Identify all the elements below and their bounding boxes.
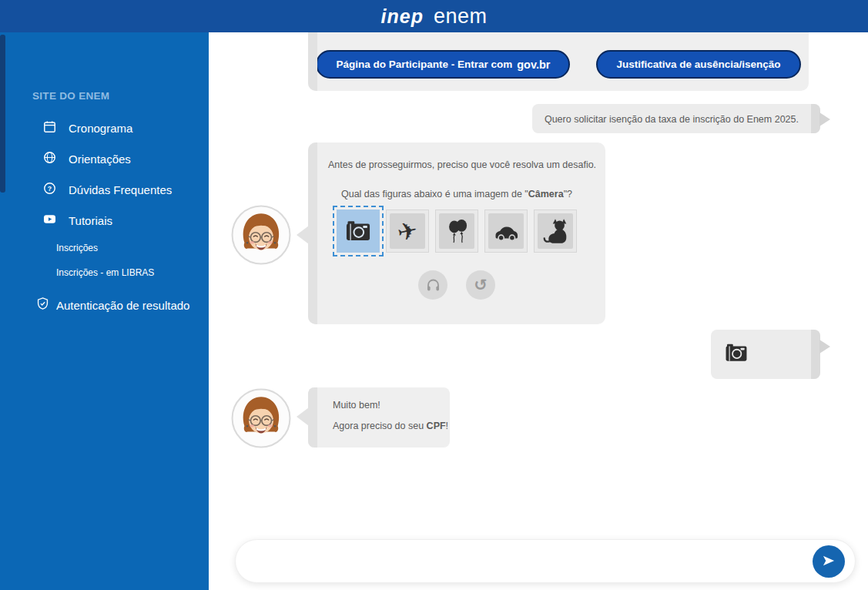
challenge-question-text: Qual das figuras abaixo é uma imagem de … <box>308 189 605 199</box>
sidebar-subitem-inscricoes-libras[interactable]: Inscrições - em LIBRAS <box>0 260 209 285</box>
message-input-bar <box>235 539 856 583</box>
sidebar-item-label: Dúvidas Frequentes <box>69 183 172 196</box>
audio-button[interactable] <box>418 270 447 300</box>
bot-cpf-request-text: Agora preciso do seu CPF! <box>333 421 450 431</box>
bot-reply-bubble: Muito bem! Agora preciso do seu CPF! <box>308 387 450 448</box>
challenge-option-airplane[interactable]: ✈ <box>386 210 429 253</box>
video-icon <box>42 212 57 229</box>
user-message-bubble: Quero solicitar isenção da taxa de inscr… <box>532 104 820 133</box>
globe-icon <box>42 150 57 167</box>
sidebar: SITE DO ENEM Cronograma Orientações ? Dú… <box>0 32 209 590</box>
send-arrow-icon <box>821 553 836 571</box>
login-button-label: Página do Participante - Entrar com <box>336 59 512 70</box>
shield-check-icon <box>35 297 50 313</box>
reset-icon: ↺ <box>474 277 488 293</box>
calendar-icon <box>42 119 57 136</box>
bubble-tail <box>819 112 830 126</box>
top-header: inep enem <box>0 0 868 32</box>
sidebar-subitem-label: Inscrições <box>56 243 98 253</box>
participant-page-login-button[interactable]: Página do Participante - Entrar com gov.… <box>316 50 570 79</box>
challenge-intro-text: Antes de prosseguirmos, preciso que você… <box>328 159 605 170</box>
sidebar-item-label: Orientações <box>69 153 131 166</box>
sidebar-section-title: SITE DO ENEM <box>32 90 209 102</box>
challenge-options-row: ✈ <box>308 210 605 253</box>
challenge-controls-row: ↺ <box>308 270 605 300</box>
govbr-label: gov.br <box>517 59 550 71</box>
sidebar-item-tutoriais[interactable]: Tutoriais <box>0 205 209 236</box>
car-icon <box>488 213 524 249</box>
sidebar-item-label: Cronograma <box>69 122 132 135</box>
absence-justification-button[interactable]: Justificativa de ausência/isenção <box>596 50 800 79</box>
user-message-text: Quero solicitar isenção da taxa de inscr… <box>545 114 799 125</box>
reset-challenge-button[interactable]: ↺ <box>466 270 495 300</box>
inep-logo-text: inep <box>381 5 424 28</box>
bubble-tail <box>819 340 830 354</box>
inep-enem-logo: inep enem <box>381 5 488 28</box>
chat-area: Página do Participante - Entrar com gov.… <box>209 32 868 590</box>
headphones-icon <box>425 276 441 295</box>
sidebar-subitem-label: Inscrições - em LIBRAS <box>56 267 154 278</box>
sidebar-subitem-inscricoes[interactable]: Inscrições <box>0 236 209 260</box>
justification-button-label: Justificativa de ausência/isenção <box>616 59 780 70</box>
svg-text:?: ? <box>48 185 52 193</box>
sidebar-item-cronograma[interactable]: Cronograma <box>0 112 209 143</box>
challenge-option-balloons[interactable] <box>435 210 478 253</box>
bubble-tail <box>297 226 309 244</box>
challenge-option-camera[interactable] <box>337 210 380 253</box>
user-answer-bubble <box>711 330 820 379</box>
enem-chat-page: inep enem SITE DO ENEM Cronograma Orient… <box>0 0 868 590</box>
assistant-avatar <box>231 205 291 265</box>
send-button[interactable] <box>813 545 845 578</box>
airplane-icon: ✈ <box>390 213 425 249</box>
challenge-option-car[interactable] <box>484 210 528 253</box>
camera-icon <box>340 213 376 249</box>
sidebar-item-autenticacao[interactable]: Autenticação de resultado <box>0 290 209 320</box>
bot-actions-bubble: Página do Participante - Entrar com gov.… <box>308 32 809 91</box>
balloons-icon <box>439 213 474 249</box>
chat-input[interactable] <box>253 543 792 579</box>
camera-answer-icon <box>723 340 749 369</box>
cat-icon <box>538 213 573 249</box>
challenge-option-cat[interactable] <box>534 210 577 253</box>
assistant-avatar <box>231 388 291 448</box>
bot-praise-text: Muito bem! <box>333 400 450 411</box>
sidebar-scrollbar-thumb[interactable] <box>0 35 5 193</box>
bubble-tail <box>297 407 309 426</box>
question-circle-icon: ? <box>42 181 57 198</box>
sidebar-item-duvidas[interactable]: ? Dúvidas Frequentes <box>0 174 209 205</box>
enem-logo-text: enem <box>434 5 488 28</box>
bot-challenge-bubble: Antes de prosseguirmos, preciso que você… <box>308 142 605 324</box>
sidebar-item-label: Autenticação de resultado <box>56 299 189 312</box>
sidebar-item-orientacoes[interactable]: Orientações <box>0 143 209 174</box>
sidebar-item-label: Tutoriais <box>69 214 112 227</box>
